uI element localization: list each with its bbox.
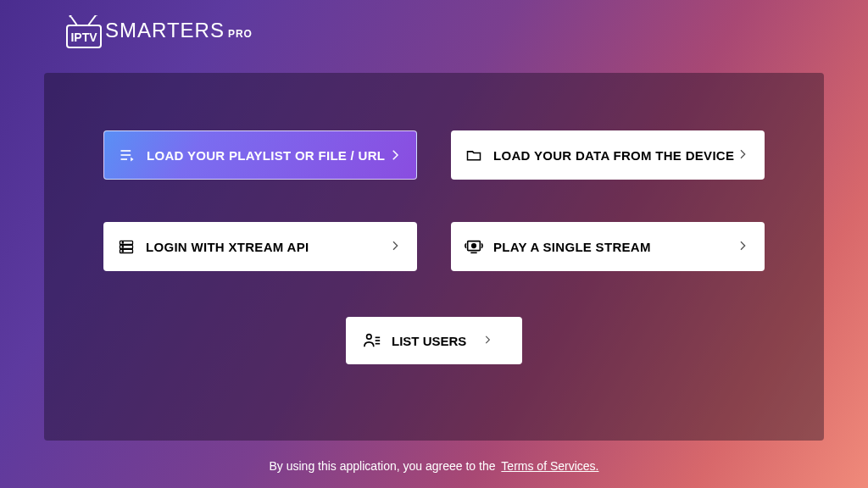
single-stream-label: PLAY A SINGLE STREAM bbox=[493, 240, 651, 254]
load-playlist-label: LOAD YOUR PLAYLIST OR FILE / URL bbox=[147, 148, 385, 163]
load-device-label: LOAD YOUR DATA FROM THE DEVICE bbox=[493, 148, 734, 163]
svg-point-14 bbox=[122, 251, 123, 252]
list-users-label: LIST USERS bbox=[392, 334, 466, 348]
footer-text: By using this application, you agreee to… bbox=[0, 459, 868, 473]
svg-point-13 bbox=[122, 247, 123, 247]
chevron-right-icon bbox=[387, 147, 403, 163]
logo-text-smarters: SMARTERS bbox=[105, 19, 225, 42]
list-users-button[interactable]: LIST USERS bbox=[346, 317, 522, 364]
logo-text-pro: PRO bbox=[228, 28, 253, 40]
svg-point-12 bbox=[122, 242, 123, 243]
load-playlist-button[interactable]: LOAD YOUR PLAYLIST OR FILE / URL bbox=[103, 130, 417, 180]
terms-link[interactable]: Terms of Services. bbox=[501, 459, 598, 473]
tv-icon: IPTV bbox=[66, 15, 102, 42]
app-logo: IPTV SMARTERS PRO bbox=[66, 15, 253, 42]
xtream-api-button[interactable]: LOGIN WITH XTREAM API bbox=[103, 222, 417, 271]
svg-text:IPTV: IPTV bbox=[70, 30, 97, 44]
stream-icon bbox=[465, 237, 483, 256]
footer-agree-text: By using this application, you agreee to… bbox=[270, 459, 496, 473]
single-stream-button[interactable]: PLAY A SINGLE STREAM bbox=[451, 222, 765, 271]
users-icon bbox=[363, 331, 381, 350]
load-device-button[interactable]: LOAD YOUR DATA FROM THE DEVICE bbox=[451, 130, 765, 180]
chevron-right-icon bbox=[736, 147, 751, 163]
svg-point-18 bbox=[367, 335, 372, 340]
folder-icon bbox=[465, 146, 483, 164]
svg-point-16 bbox=[472, 244, 476, 248]
chevron-right-icon bbox=[481, 334, 495, 347]
svg-line-1 bbox=[71, 17, 77, 25]
chevron-right-icon bbox=[388, 239, 403, 254]
server-icon bbox=[117, 237, 136, 256]
playlist-icon bbox=[118, 146, 136, 164]
chevron-right-icon bbox=[736, 239, 751, 254]
main-panel: LOAD YOUR PLAYLIST OR FILE / URL LOAD YO… bbox=[44, 73, 824, 441]
svg-line-2 bbox=[88, 15, 96, 25]
xtream-api-label: LOGIN WITH XTREAM API bbox=[146, 240, 309, 254]
